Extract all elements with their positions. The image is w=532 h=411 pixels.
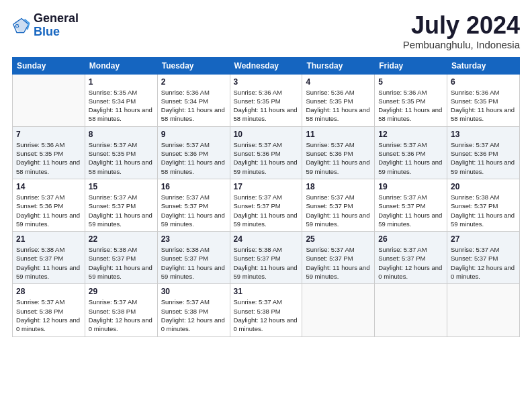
calendar-cell: 10 Sunrise: 5:37 AMSunset: 5:36 PMDaylig… [230,126,302,179]
calendar-cell [375,284,447,336]
calendar-cell [13,74,85,126]
day-number: 28 [16,287,81,296]
day-detail: Sunrise: 5:38 AMSunset: 5:37 PMDaylight:… [451,193,516,228]
day-detail: Sunrise: 5:37 AMSunset: 5:37 PMDaylight:… [378,193,443,228]
day-number: 23 [161,234,226,244]
day-detail: Sunrise: 5:37 AMSunset: 5:36 PMDaylight:… [161,140,226,176]
day-detail: Sunrise: 5:36 AMSunset: 5:34 PMDaylight:… [161,88,226,124]
calendar-cell: 12 Sunrise: 5:37 AMSunset: 5:36 PMDaylig… [375,126,447,179]
day-number: 14 [16,182,81,191]
day-number: 31 [234,287,299,296]
calendar-week-row: 1 Sunrise: 5:35 AMSunset: 5:34 PMDayligh… [13,74,520,126]
day-number: 7 [16,130,81,139]
calendar-cell: 14 Sunrise: 5:37 AMSunset: 5:36 PMDaylig… [13,179,85,231]
day-detail: Sunrise: 5:37 AMSunset: 5:37 PMDaylight:… [306,245,371,281]
svg-text:G: G [15,22,19,28]
day-number: 9 [161,130,226,139]
calendar-week-row: 14 Sunrise: 5:37 AMSunset: 5:36 PMDaylig… [13,179,520,231]
day-detail: Sunrise: 5:37 AMSunset: 5:36 PMDaylight:… [306,140,371,176]
calendar-cell: 13 Sunrise: 5:37 AMSunset: 5:36 PMDaylig… [447,126,520,179]
calendar-table: SundayMondayTuesdayWednesdayThursdayFrid… [12,57,520,337]
day-number: 16 [161,182,226,191]
logo-text: General Blue [34,12,79,39]
day-detail: Sunrise: 5:36 AMSunset: 5:35 PMDaylight:… [16,140,81,176]
day-number: 13 [451,130,516,139]
day-detail: Sunrise: 5:36 AMSunset: 5:35 PMDaylight:… [378,88,443,124]
day-number: 24 [234,234,299,244]
day-detail: Sunrise: 5:37 AMSunset: 5:38 PMDaylight:… [16,298,81,333]
calendar-cell: 25 Sunrise: 5:37 AMSunset: 5:37 PMDaylig… [302,232,375,284]
calendar-cell: 4 Sunrise: 5:36 AMSunset: 5:35 PMDayligh… [302,74,375,126]
calendar-cell [302,284,375,336]
day-detail: Sunrise: 5:37 AMSunset: 5:37 PMDaylight:… [451,245,516,281]
header: G General Blue July 2024 Pembuanghulu, I… [12,12,520,50]
calendar-cell: 28 Sunrise: 5:37 AMSunset: 5:38 PMDaylig… [13,284,85,336]
day-detail: Sunrise: 5:37 AMSunset: 5:36 PMDaylight:… [16,193,81,228]
day-number: 1 [89,77,154,87]
day-number: 25 [306,234,371,244]
day-number: 6 [451,77,516,87]
calendar-week-row: 28 Sunrise: 5:37 AMSunset: 5:38 PMDaylig… [13,284,520,336]
calendar-header-row: SundayMondayTuesdayWednesdayThursdayFrid… [13,57,520,74]
calendar-cell: 30 Sunrise: 5:37 AMSunset: 5:38 PMDaylig… [157,284,230,336]
day-number: 15 [89,182,154,191]
weekday-header: Saturday [447,57,520,74]
day-detail: Sunrise: 5:37 AMSunset: 5:37 PMDaylight:… [306,193,371,228]
day-number: 12 [378,130,443,139]
day-number: 27 [451,234,516,244]
logo: G General Blue [12,12,79,39]
title-block: July 2024 Pembuanghulu, Indonesia [403,12,520,50]
calendar-cell: 31 Sunrise: 5:37 AMSunset: 5:38 PMDaylig… [230,284,302,336]
day-detail: Sunrise: 5:37 AMSunset: 5:37 PMDaylight:… [234,193,299,228]
weekday-header: Sunday [13,57,85,74]
calendar-cell: 3 Sunrise: 5:36 AMSunset: 5:35 PMDayligh… [230,74,302,126]
calendar-cell: 5 Sunrise: 5:36 AMSunset: 5:35 PMDayligh… [375,74,447,126]
day-number: 10 [234,130,299,139]
day-number: 11 [306,130,371,139]
calendar-cell: 21 Sunrise: 5:38 AMSunset: 5:37 PMDaylig… [13,232,85,284]
calendar-week-row: 21 Sunrise: 5:38 AMSunset: 5:37 PMDaylig… [13,232,520,284]
day-detail: Sunrise: 5:35 AMSunset: 5:34 PMDaylight:… [89,88,154,124]
calendar-cell [447,284,520,336]
logo-blue: Blue [34,26,79,39]
day-detail: Sunrise: 5:37 AMSunset: 5:37 PMDaylight:… [161,193,226,228]
calendar-cell: 23 Sunrise: 5:38 AMSunset: 5:37 PMDaylig… [157,232,230,284]
day-detail: Sunrise: 5:37 AMSunset: 5:36 PMDaylight:… [451,140,516,176]
calendar-cell: 11 Sunrise: 5:37 AMSunset: 5:36 PMDaylig… [302,126,375,179]
weekday-header: Friday [375,57,447,74]
day-number: 8 [89,130,154,139]
day-number: 4 [306,77,371,87]
calendar-cell: 29 Sunrise: 5:37 AMSunset: 5:38 PMDaylig… [85,284,157,336]
day-number: 22 [89,234,154,244]
calendar-cell: 9 Sunrise: 5:37 AMSunset: 5:36 PMDayligh… [157,126,230,179]
month-year: July 2024 [403,12,520,39]
day-detail: Sunrise: 5:37 AMSunset: 5:35 PMDaylight:… [89,140,154,176]
calendar-cell: 1 Sunrise: 5:35 AMSunset: 5:34 PMDayligh… [85,74,157,126]
day-number: 3 [234,77,299,87]
page: G General Blue July 2024 Pembuanghulu, I… [0,0,532,411]
day-detail: Sunrise: 5:37 AMSunset: 5:36 PMDaylight:… [234,140,299,176]
calendar-cell: 8 Sunrise: 5:37 AMSunset: 5:35 PMDayligh… [85,126,157,179]
logo-general: General [34,12,79,26]
day-number: 17 [234,182,299,191]
day-number: 29 [89,287,154,296]
calendar-week-row: 7 Sunrise: 5:36 AMSunset: 5:35 PMDayligh… [13,126,520,179]
calendar-cell: 22 Sunrise: 5:38 AMSunset: 5:37 PMDaylig… [85,232,157,284]
calendar-cell: 26 Sunrise: 5:37 AMSunset: 5:37 PMDaylig… [375,232,447,284]
calendar-cell: 15 Sunrise: 5:37 AMSunset: 5:37 PMDaylig… [85,179,157,231]
day-number: 26 [378,234,443,244]
day-detail: Sunrise: 5:36 AMSunset: 5:35 PMDaylight:… [451,88,516,124]
day-detail: Sunrise: 5:38 AMSunset: 5:37 PMDaylight:… [234,245,299,281]
day-detail: Sunrise: 5:36 AMSunset: 5:35 PMDaylight:… [306,88,371,124]
weekday-header: Monday [85,57,157,74]
calendar-cell: 7 Sunrise: 5:36 AMSunset: 5:35 PMDayligh… [13,126,85,179]
calendar-cell: 27 Sunrise: 5:37 AMSunset: 5:37 PMDaylig… [447,232,520,284]
logo-icon: G [12,16,31,35]
day-detail: Sunrise: 5:37 AMSunset: 5:38 PMDaylight:… [234,298,299,333]
calendar-cell: 2 Sunrise: 5:36 AMSunset: 5:34 PMDayligh… [157,74,230,126]
day-detail: Sunrise: 5:38 AMSunset: 5:37 PMDaylight:… [89,245,154,281]
day-detail: Sunrise: 5:38 AMSunset: 5:37 PMDaylight:… [161,245,226,281]
day-detail: Sunrise: 5:37 AMSunset: 5:37 PMDaylight:… [89,193,154,228]
day-number: 21 [16,234,81,244]
calendar-cell: 24 Sunrise: 5:38 AMSunset: 5:37 PMDaylig… [230,232,302,284]
